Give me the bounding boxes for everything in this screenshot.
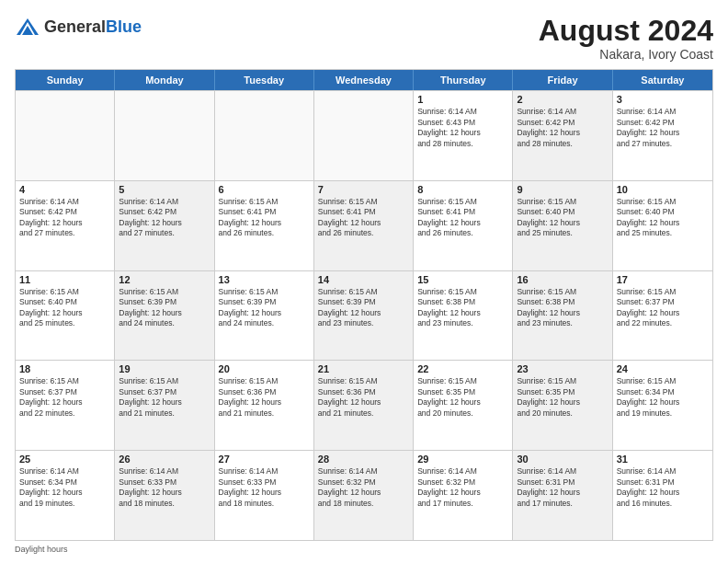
day-info: Sunrise: 6:15 AM Sunset: 6:40 PM Dayligh… xyxy=(617,197,709,239)
day-info: Sunrise: 6:15 AM Sunset: 6:40 PM Dayligh… xyxy=(19,287,110,329)
day-info: Sunrise: 6:15 AM Sunset: 6:41 PM Dayligh… xyxy=(219,197,310,239)
day-info: Sunrise: 6:15 AM Sunset: 6:38 PM Dayligh… xyxy=(417,287,508,329)
day-number: 14 xyxy=(318,274,409,285)
cal-cell-3: 3Sunrise: 6:14 AM Sunset: 6:42 PM Daylig… xyxy=(613,91,712,180)
cal-cell-27: 27Sunrise: 6:14 AM Sunset: 6:33 PM Dayli… xyxy=(215,451,314,540)
day-number: 6 xyxy=(219,184,310,195)
page: GeneralBlue August 2024 Nakara, Ivory Co… xyxy=(0,0,728,563)
day-info: Sunrise: 6:15 AM Sunset: 6:40 PM Dayligh… xyxy=(517,197,608,239)
cal-cell-31: 31Sunrise: 6:14 AM Sunset: 6:31 PM Dayli… xyxy=(613,451,712,540)
cal-cell-24: 24Sunrise: 6:15 AM Sunset: 6:34 PM Dayli… xyxy=(613,361,712,450)
cal-header-day-wednesday: Wednesday xyxy=(314,70,414,90)
cal-cell-22: 22Sunrise: 6:15 AM Sunset: 6:35 PM Dayli… xyxy=(414,361,513,450)
footer-text: Daylight hours xyxy=(15,545,68,554)
subtitle: Nakara, Ivory Coast xyxy=(539,47,713,62)
day-number: 2 xyxy=(517,94,608,105)
day-info: Sunrise: 6:14 AM Sunset: 6:43 PM Dayligh… xyxy=(417,107,508,149)
day-number: 12 xyxy=(119,274,210,285)
cal-cell-15: 15Sunrise: 6:15 AM Sunset: 6:38 PM Dayli… xyxy=(414,271,513,361)
cal-cell-26: 26Sunrise: 6:14 AM Sunset: 6:33 PM Dayli… xyxy=(115,451,214,540)
calendar-header: SundayMondayTuesdayWednesdayThursdayFrid… xyxy=(16,70,712,90)
cal-row-4: 25Sunrise: 6:14 AM Sunset: 6:34 PM Dayli… xyxy=(16,450,712,540)
month-title: August 2024 xyxy=(539,15,713,47)
cal-cell-9: 9Sunrise: 6:15 AM Sunset: 6:40 PM Daylig… xyxy=(513,181,612,270)
day-number: 3 xyxy=(617,94,709,105)
cal-cell-empty-0-2 xyxy=(215,91,314,180)
day-info: Sunrise: 6:15 AM Sunset: 6:37 PM Dayligh… xyxy=(119,376,210,419)
day-number: 4 xyxy=(19,184,110,195)
cal-cell-6: 6Sunrise: 6:15 AM Sunset: 6:41 PM Daylig… xyxy=(215,181,314,270)
cal-header-day-tuesday: Tuesday xyxy=(215,70,314,90)
day-number: 31 xyxy=(617,454,709,465)
cal-cell-20: 20Sunrise: 6:15 AM Sunset: 6:36 PM Dayli… xyxy=(215,361,314,450)
day-number: 18 xyxy=(19,363,110,374)
day-number: 22 xyxy=(417,363,508,374)
cal-row-3: 18Sunrise: 6:15 AM Sunset: 6:37 PM Dayli… xyxy=(16,360,712,450)
day-number: 21 xyxy=(318,363,409,374)
cal-cell-18: 18Sunrise: 6:15 AM Sunset: 6:37 PM Dayli… xyxy=(16,361,115,450)
cal-cell-17: 17Sunrise: 6:15 AM Sunset: 6:37 PM Dayli… xyxy=(613,271,712,361)
cal-cell-21: 21Sunrise: 6:15 AM Sunset: 6:36 PM Dayli… xyxy=(314,361,414,450)
day-info: Sunrise: 6:14 AM Sunset: 6:42 PM Dayligh… xyxy=(19,197,110,239)
cal-cell-25: 25Sunrise: 6:14 AM Sunset: 6:34 PM Dayli… xyxy=(16,451,115,540)
day-info: Sunrise: 6:14 AM Sunset: 6:34 PM Dayligh… xyxy=(19,466,110,509)
cal-header-day-thursday: Thursday xyxy=(414,70,513,90)
day-info: Sunrise: 6:14 AM Sunset: 6:42 PM Dayligh… xyxy=(119,197,210,239)
day-info: Sunrise: 6:15 AM Sunset: 6:37 PM Dayligh… xyxy=(19,376,110,419)
day-info: Sunrise: 6:14 AM Sunset: 6:42 PM Dayligh… xyxy=(517,107,608,149)
cal-cell-10: 10Sunrise: 6:15 AM Sunset: 6:40 PM Dayli… xyxy=(613,181,712,270)
day-info: Sunrise: 6:14 AM Sunset: 6:32 PM Dayligh… xyxy=(318,466,409,509)
cal-cell-23: 23Sunrise: 6:15 AM Sunset: 6:35 PM Dayli… xyxy=(513,361,612,450)
day-info: Sunrise: 6:14 AM Sunset: 6:32 PM Dayligh… xyxy=(417,466,508,509)
day-number: 15 xyxy=(417,274,508,285)
day-number: 11 xyxy=(19,274,110,285)
day-info: Sunrise: 6:15 AM Sunset: 6:35 PM Dayligh… xyxy=(417,376,508,419)
cal-cell-empty-0-3 xyxy=(314,91,414,180)
day-number: 23 xyxy=(517,363,608,374)
cal-cell-14: 14Sunrise: 6:15 AM Sunset: 6:39 PM Dayli… xyxy=(314,271,414,361)
cal-row-2: 11Sunrise: 6:15 AM Sunset: 6:40 PM Dayli… xyxy=(16,270,712,361)
cal-cell-empty-0-1 xyxy=(115,91,214,180)
day-number: 16 xyxy=(517,274,608,285)
day-info: Sunrise: 6:15 AM Sunset: 6:39 PM Dayligh… xyxy=(119,287,210,329)
day-number: 28 xyxy=(318,454,409,465)
logo-text: GeneralBlue xyxy=(44,18,142,37)
cal-cell-12: 12Sunrise: 6:15 AM Sunset: 6:39 PM Dayli… xyxy=(115,271,214,361)
cal-cell-2: 2Sunrise: 6:14 AM Sunset: 6:42 PM Daylig… xyxy=(513,91,612,180)
day-info: Sunrise: 6:15 AM Sunset: 6:34 PM Dayligh… xyxy=(617,376,709,419)
day-info: Sunrise: 6:14 AM Sunset: 6:42 PM Dayligh… xyxy=(617,107,709,149)
day-info: Sunrise: 6:14 AM Sunset: 6:33 PM Dayligh… xyxy=(219,466,310,509)
day-number: 5 xyxy=(119,184,210,195)
day-number: 19 xyxy=(119,363,210,374)
logo: GeneralBlue xyxy=(15,15,142,40)
calendar: SundayMondayTuesdayWednesdayThursdayFrid… xyxy=(15,69,713,541)
day-number: 29 xyxy=(417,454,508,465)
day-number: 24 xyxy=(617,363,709,374)
cal-cell-empty-0-0 xyxy=(16,91,115,180)
day-number: 27 xyxy=(219,454,310,465)
day-info: Sunrise: 6:15 AM Sunset: 6:36 PM Dayligh… xyxy=(219,376,310,419)
day-info: Sunrise: 6:15 AM Sunset: 6:39 PM Dayligh… xyxy=(219,287,310,329)
cal-cell-4: 4Sunrise: 6:14 AM Sunset: 6:42 PM Daylig… xyxy=(16,181,115,270)
day-info: Sunrise: 6:15 AM Sunset: 6:38 PM Dayligh… xyxy=(517,287,608,329)
cal-cell-28: 28Sunrise: 6:14 AM Sunset: 6:32 PM Dayli… xyxy=(314,451,414,540)
day-number: 9 xyxy=(517,184,608,195)
day-number: 25 xyxy=(19,454,110,465)
day-number: 17 xyxy=(617,274,709,285)
cal-cell-30: 30Sunrise: 6:14 AM Sunset: 6:31 PM Dayli… xyxy=(513,451,612,540)
day-info: Sunrise: 6:15 AM Sunset: 6:41 PM Dayligh… xyxy=(417,197,508,239)
day-number: 20 xyxy=(219,363,310,374)
cal-cell-16: 16Sunrise: 6:15 AM Sunset: 6:38 PM Dayli… xyxy=(513,271,612,361)
header: GeneralBlue August 2024 Nakara, Ivory Co… xyxy=(15,15,713,62)
cal-cell-29: 29Sunrise: 6:14 AM Sunset: 6:32 PM Dayli… xyxy=(414,451,513,540)
calendar-body: 1Sunrise: 6:14 AM Sunset: 6:43 PM Daylig… xyxy=(16,90,712,540)
cal-cell-13: 13Sunrise: 6:15 AM Sunset: 6:39 PM Dayli… xyxy=(215,271,314,361)
day-number: 1 xyxy=(417,94,508,105)
cal-cell-8: 8Sunrise: 6:15 AM Sunset: 6:41 PM Daylig… xyxy=(414,181,513,270)
day-number: 8 xyxy=(417,184,508,195)
day-info: Sunrise: 6:15 AM Sunset: 6:41 PM Dayligh… xyxy=(318,197,409,239)
day-info: Sunrise: 6:14 AM Sunset: 6:31 PM Dayligh… xyxy=(517,466,608,509)
day-info: Sunrise: 6:15 AM Sunset: 6:37 PM Dayligh… xyxy=(617,287,709,329)
day-number: 13 xyxy=(219,274,310,285)
day-info: Sunrise: 6:15 AM Sunset: 6:35 PM Dayligh… xyxy=(517,376,608,419)
